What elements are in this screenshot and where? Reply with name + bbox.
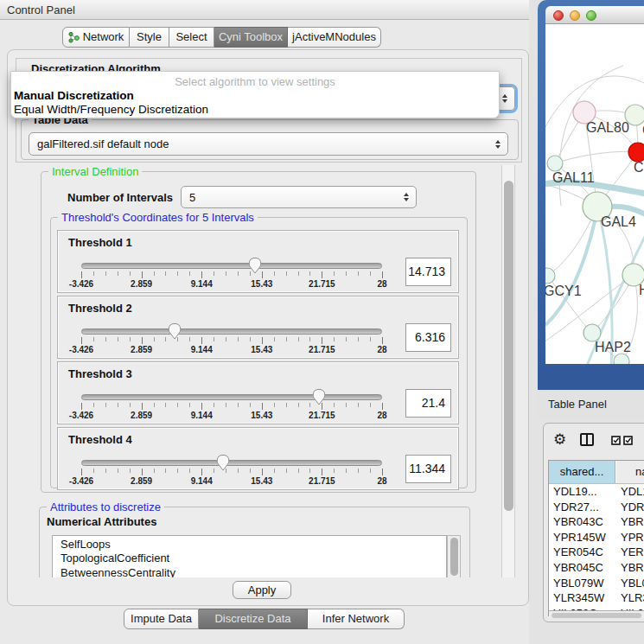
attributes-list-scrollbar[interactable] [447, 535, 461, 577]
column-header-shared[interactable]: shared... [549, 461, 615, 483]
threshold-value-field[interactable]: 6.316 [405, 323, 451, 352]
number-of-intervals-label: Number of Intervals [67, 188, 173, 208]
cell-name: YDL1 [621, 484, 644, 500]
slider-ticks [81, 271, 382, 279]
slider-ticks [81, 337, 382, 345]
minimize-traffic-light-icon[interactable] [570, 10, 580, 21]
slider-tick-labels: -3.4262.8599.14415.4321.71528 [81, 476, 382, 487]
network-node-gal11[interactable] [547, 156, 563, 171]
network-view-window: GAL80GGAL11CGAL4GCY1HHAP2 [538, 0, 644, 390]
threshold-value-field[interactable]: 21.4 [405, 389, 451, 418]
cell-name: YBL0 [621, 576, 644, 591]
table-data-value: galFiltered.sif default node [37, 137, 169, 150]
bottom-tab-infer-network[interactable]: Infer Network [308, 609, 405, 629]
slider-thumb[interactable] [248, 257, 262, 274]
thresholds-group-label: Threshold's Coordinates for 5 Intervals [58, 211, 258, 224]
cell-name: YLR3 [621, 590, 644, 606]
slider-track[interactable] [81, 394, 382, 400]
threshold-label: Threshold 4 [68, 433, 132, 446]
tab-label: Discretize Data [214, 609, 290, 628]
table-row[interactable]: YPR145WYPR1 [549, 530, 644, 545]
network-canvas[interactable]: GAL80GGAL11CGAL4GCY1HHAP2 [545, 24, 644, 364]
slider-track[interactable] [81, 328, 382, 335]
threshold-box: Threshold 3-3.4262.8599.14415.4321.71528… [57, 361, 459, 424]
cell-shared-name: YBR043C [553, 514, 603, 530]
cell-name: YER0 [621, 545, 644, 560]
gear-icon[interactable]: ⚙ [553, 430, 566, 448]
threshold-value-field[interactable]: 14.713 [405, 258, 451, 286]
table-data-combo[interactable]: galFiltered.sif default node [29, 132, 508, 156]
network-node-gcy1[interactable] [545, 268, 555, 284]
table-row[interactable]: YER054CYER0 [549, 545, 644, 560]
tab-cyni-toolbox[interactable]: Cyni Toolbox [214, 27, 288, 48]
cell-name: YDR2 [621, 500, 644, 515]
cell-name: YBR0 [621, 514, 644, 530]
tab-label: jActiveMNodules [292, 28, 376, 47]
network-window-titlebar[interactable] [545, 6, 644, 24]
tab-select[interactable]: Select [169, 27, 214, 48]
tab-label: Impute Data [131, 609, 192, 628]
table-row[interactable]: YBR043CYBR0 [549, 514, 644, 530]
numerical-attributes-list[interactable]: SelfLoopsTopologicalCoefficientBetweenne… [52, 535, 447, 577]
network-node-c[interactable] [628, 143, 644, 162]
threshold-value-field[interactable]: 11.344 [405, 455, 451, 483]
attribute-item[interactable]: TopologicalCoefficient [53, 552, 446, 565]
slider-ticks [81, 469, 382, 476]
close-traffic-light-icon[interactable] [553, 10, 564, 21]
threshold-box: Threshold 4-3.4262.8599.14415.4321.71528… [57, 427, 459, 490]
table-row[interactable]: YBL079WYBL0 [549, 576, 644, 591]
slider-thumb[interactable] [312, 388, 326, 405]
cell-shared-name: YLR345W [553, 590, 604, 606]
tab-jactivemnodules[interactable]: jActiveMNodules [288, 27, 381, 48]
tab-network[interactable]: Network [62, 27, 130, 48]
table-data-group: Table Data galFiltered.sif default node [21, 119, 519, 160]
column-header-name[interactable]: na [616, 461, 644, 483]
slider-thumb[interactable] [168, 322, 182, 340]
threshold-box: Threshold 2-3.4262.8599.14415.4321.71528… [57, 296, 459, 359]
network-node-hap2[interactable] [583, 324, 601, 341]
attribute-item[interactable]: SelfLoops [53, 538, 446, 552]
cell-shared-name: YDL19... [553, 484, 597, 500]
combo-stepper-icon [502, 94, 507, 103]
tab-label: Network [83, 28, 124, 47]
network-icon [68, 31, 80, 43]
slider-thumb[interactable] [216, 454, 230, 471]
table-row[interactable]: YLR345WYLR3 [549, 590, 644, 606]
network-node-g[interactable] [625, 105, 644, 125]
screen: Control Panel ✕ NetworkStyleSelectCyni T… [0, 0, 644, 644]
cell-name: YBR0 [621, 560, 644, 576]
main-scrollbar-thumb[interactable] [504, 181, 513, 511]
apply-button[interactable]: Apply [233, 581, 291, 599]
cell-shared-name: YER054C [553, 545, 603, 560]
checkbox-icon[interactable] [623, 436, 633, 445]
node-label: C [634, 160, 644, 175]
bottom-tab-discretize-data[interactable]: Discretize Data [199, 609, 308, 629]
main-scrollbar[interactable] [501, 165, 515, 577]
attribute-item[interactable]: BetweennessCentrality [53, 566, 446, 577]
interval-definition-group: Interval Definition Number of Intervals … [41, 171, 476, 493]
popup-hint-text: Select algorithm to view settings [11, 75, 499, 88]
popup-item-manual-discretization[interactable]: Manual Discretization [14, 89, 134, 102]
checkbox-icon[interactable] [611, 436, 621, 445]
popup-item-equal-width-frequency[interactable]: Equal Width/Frequency Discretization [14, 103, 208, 116]
slider-track[interactable] [81, 460, 382, 466]
table-horizontal-scrollbar[interactable] [549, 610, 644, 618]
thresholds-group: Threshold's Coordinates for 5 Intervals … [50, 217, 468, 488]
node-label: GAL4 [601, 214, 636, 229]
zoom-traffic-light-icon[interactable] [586, 10, 596, 21]
table-row[interactable]: YBR045CYBR0 [549, 560, 644, 576]
column-split-icon[interactable] [580, 433, 594, 446]
slider-track[interactable] [81, 263, 382, 269]
combo-stepper-icon [404, 193, 409, 201]
tab-style[interactable]: Style [130, 27, 169, 48]
number-of-intervals-combo[interactable]: 5 [181, 186, 417, 208]
attributes-group: Attributes to discretize Numerical Attri… [39, 507, 470, 577]
table-row[interactable]: YDL19...YDL1 [549, 484, 644, 500]
interval-definition-label: Interval Definition [48, 165, 142, 178]
top-tab-bar: NetworkStyleSelectCyni ToolboxjActiveMNo… [62, 27, 381, 48]
bottom-tab-impute-data[interactable]: Impute Data [124, 609, 199, 629]
table-row[interactable]: YDR27...YDR2 [549, 500, 644, 515]
tab-label: Cyni Toolbox [219, 28, 283, 47]
network-node[interactable] [614, 354, 629, 364]
threshold-box: Threshold 1-3.4262.8599.14415.4321.71528… [57, 230, 459, 293]
